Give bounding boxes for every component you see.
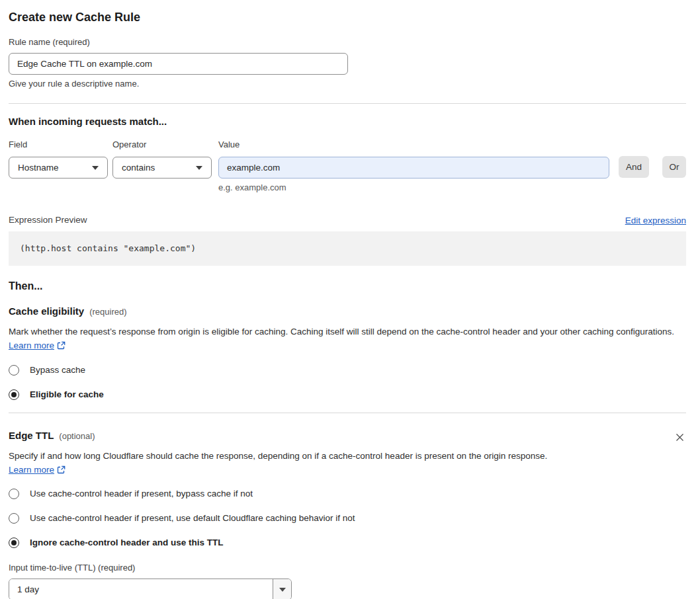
ttl-input-label: Input time-to-live (TTL) (required) — [9, 563, 686, 573]
radio-icon — [9, 389, 19, 400]
radio-icon — [9, 365, 19, 376]
radio-icon — [9, 513, 19, 524]
edge-ttl-description-text: Specify if and how long Cloudflare shoul… — [9, 451, 547, 461]
radio-label: Bypass cache — [30, 365, 85, 376]
external-link-icon — [57, 464, 66, 478]
divider — [9, 413, 686, 413]
radio-icon — [9, 489, 19, 499]
edge-ttl-description: Specify if and how long Cloudflare shoul… — [9, 449, 561, 478]
cache-eligibility-description: Mark whether the request’s response from… — [9, 325, 686, 354]
value-input[interactable] — [218, 157, 609, 179]
operator-select[interactable]: contains — [112, 157, 212, 179]
and-button[interactable]: And — [619, 156, 649, 178]
radio-label: Use cache-control header if present, byp… — [30, 489, 253, 499]
match-section-heading: When incoming requests match... — [9, 116, 686, 128]
ttl-combobox — [9, 579, 292, 599]
cache-eligibility-title: Cache eligibility — [9, 305, 84, 317]
ttl-dropdown-button[interactable] — [273, 579, 291, 599]
match-expression-builder: Field Hostname Operator contains Value e… — [9, 140, 686, 192]
edge-ttl-header: Edge TTL (optional) — [9, 430, 95, 442]
cache-eligibility-radio-group: Bypass cache Eligible for cache — [9, 365, 686, 400]
optional-badge: (optional) — [59, 431, 95, 441]
field-select-value: Hostname — [18, 163, 59, 173]
then-heading: Then... — [9, 280, 686, 292]
rule-name-helper: Give your rule a descriptive name. — [9, 79, 686, 89]
chevron-down-icon — [92, 166, 99, 170]
expression-preview-label: Expression Preview — [9, 215, 87, 225]
expression-preview-row: Expression Preview Edit expression — [9, 215, 686, 225]
field-label: Field — [9, 140, 108, 150]
operator-label: Operator — [112, 140, 212, 150]
create-cache-rule-form: Create new Cache Rule Rule name (require… — [9, 0, 686, 599]
or-button[interactable]: Or — [662, 156, 686, 178]
divider — [9, 103, 686, 104]
radio-label: Ignore cache-control header and use this… — [30, 538, 224, 548]
edit-expression-link[interactable]: Edit expression — [625, 216, 686, 225]
radio-use-header-default[interactable]: Use cache-control header if present, use… — [9, 513, 686, 524]
field-select[interactable]: Hostname — [9, 157, 108, 179]
edge-ttl-learn-more-link[interactable]: Learn more — [9, 465, 54, 475]
value-helper: e.g. example.com — [218, 182, 609, 192]
expression-code-box: (http.host contains "example.com") — [9, 231, 686, 266]
radio-use-header-bypass[interactable]: Use cache-control header if present, byp… — [9, 489, 686, 499]
cache-eligibility-description-text: Mark whether the request’s response from… — [9, 327, 674, 337]
required-badge: (required) — [89, 307, 126, 317]
edge-ttl-section: Edge TTL (optional) Specify if and how l… — [9, 430, 686, 599]
chevron-down-icon — [196, 166, 202, 170]
rule-name-input[interactable] — [9, 53, 348, 75]
page-title: Create new Cache Rule — [9, 9, 686, 25]
radio-icon — [9, 538, 19, 548]
chevron-down-icon — [279, 588, 286, 592]
radio-label: Use cache-control header if present, use… — [30, 513, 355, 524]
expression-code: (http.host contains "example.com") — [20, 243, 196, 253]
cache-eligibility-learn-more-link[interactable]: Learn more — [9, 340, 54, 350]
rule-name-label: Rule name (required) — [9, 37, 686, 48]
value-label: Value — [218, 140, 609, 150]
radio-eligible-for-cache[interactable]: Eligible for cache — [9, 389, 686, 400]
close-icon — [675, 432, 685, 442]
cache-eligibility-header: Cache eligibility (required) — [9, 305, 686, 317]
external-link-icon — [57, 340, 66, 354]
radio-label: Eligible for cache — [30, 389, 104, 400]
close-button[interactable] — [674, 431, 686, 444]
edge-ttl-radio-group: Use cache-control header if present, byp… — [9, 489, 686, 548]
radio-ignore-header-use-ttl[interactable]: Ignore cache-control header and use this… — [9, 538, 686, 548]
operator-select-value: contains — [122, 163, 155, 173]
radio-bypass-cache[interactable]: Bypass cache — [9, 365, 686, 376]
edge-ttl-title: Edge TTL — [9, 430, 54, 442]
ttl-input[interactable] — [9, 579, 273, 599]
